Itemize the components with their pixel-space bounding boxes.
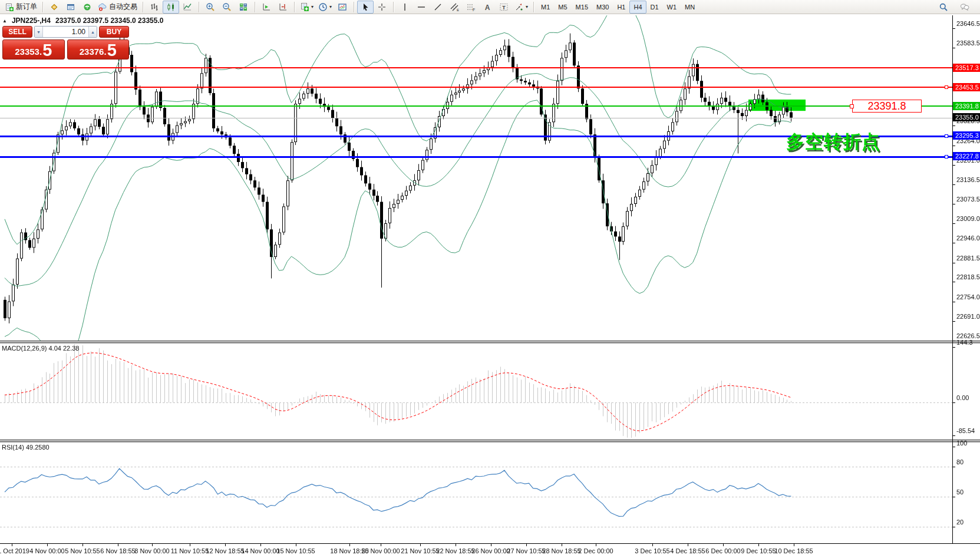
toolbar-button-label: M30 <box>596 4 609 11</box>
toolbar-button-label: H1 <box>617 4 625 11</box>
date-tick-label: 28 Nov 18:55 <box>542 547 580 554</box>
rsi-tick-label: 50 <box>956 488 963 496</box>
toolbar-button-label: 自动交易 <box>109 2 137 12</box>
date-tick-label: 12 Nov 18:55 <box>206 547 244 554</box>
time-axis[interactable]: 31 Oct 20194 Nov 00:005 Nov 10:556 Nov 1… <box>0 546 980 558</box>
price-badge: 23295.3 <box>953 131 980 140</box>
price-tick-label: 23646.5 <box>956 20 980 27</box>
channel-icon: E <box>450 2 459 12</box>
price-badge: 23227.8 <box>953 152 980 160</box>
turning-point-annotation[interactable]: 多空转折点 <box>786 130 880 154</box>
date-tick-label: 10 Dec 18:55 <box>774 547 813 554</box>
indicators-icon <box>300 2 309 12</box>
toolbar-button-arrows[interactable]: ▾ <box>512 1 530 14</box>
date-tick-label: 21 Nov 10:55 <box>401 547 439 554</box>
toolbar-button-equidistant-channel[interactable]: E <box>446 1 463 14</box>
buy-price-button[interactable]: 23376.5 <box>67 39 130 60</box>
rsi-tick-label: 20 <box>956 519 963 526</box>
rsi-tick-label: 80 <box>956 458 963 465</box>
toolbar-button-bar-chart[interactable] <box>146 1 163 14</box>
buy-button[interactable]: BUY <box>99 26 129 38</box>
toolbar-button-data-window[interactable] <box>62 1 79 14</box>
timeframe-button-tf-m30[interactable]: M30 <box>592 1 613 14</box>
timeframe-button-tf-w1[interactable]: W1 <box>663 1 681 14</box>
toolbar-button-templates[interactable] <box>334 1 351 14</box>
toolbar-right <box>935 1 978 14</box>
toolbar-button-chart-shift[interactable] <box>275 1 291 14</box>
one-click-prices-row: 23353.5 23376.5 <box>2 39 129 60</box>
date-tick-label: 6 Dec 00:00 <box>705 547 740 554</box>
toolbar-button-text[interactable]: A <box>479 1 496 14</box>
toolbar-button-community[interactable] <box>956 1 973 14</box>
template-icon <box>338 2 347 12</box>
toolbar-button-trendline[interactable] <box>430 1 446 14</box>
toolbar-button-zoom-in[interactable] <box>202 1 219 14</box>
toolbar-button-zoom-out[interactable] <box>219 1 235 14</box>
zoom-out-icon <box>222 2 232 12</box>
date-tick-label: 5 Nov 10:55 <box>65 547 100 554</box>
new-order-icon <box>5 2 14 12</box>
toolbar-button-text-label[interactable]: T <box>496 1 512 14</box>
one-click-controls-row: SELL ▼ ▲ BUY <box>2 26 129 38</box>
timeframe-button-tf-d1[interactable]: D1 <box>646 1 663 14</box>
toolbar-button-label: H4 <box>633 4 642 11</box>
toolbar-button-periods[interactable]: ▾ <box>316 1 334 14</box>
price-axis[interactable]: 23646.523583.523328.523264.023201.023136… <box>953 14 980 558</box>
price-chart-canvas[interactable] <box>0 0 980 558</box>
fibo-icon: F <box>466 2 476 12</box>
toolbar-button-line-chart[interactable] <box>179 1 196 14</box>
search-icon <box>939 2 948 12</box>
buy-price-main: 23376. <box>80 45 107 58</box>
toolbar-button-candlestick-chart[interactable] <box>163 1 179 14</box>
toolbar-button-autotrading[interactable]: 自动交易 <box>95 1 140 14</box>
main-toolbar: 新订单自动交易▾▾EFAT▾M1M5M15M30H1H4D1W1MN <box>0 0 980 14</box>
toolbar-button-horizontal-line[interactable] <box>413 1 430 14</box>
line-chart-icon <box>183 2 192 12</box>
toolbar-button-signals[interactable] <box>79 1 95 14</box>
signals-icon <box>83 2 92 12</box>
toolbar-button-search[interactable] <box>935 1 952 14</box>
volume-increase-button[interactable]: ▲ <box>88 27 97 37</box>
timeframe-button-tf-mn[interactable]: MN <box>681 1 699 14</box>
sell-price-button[interactable]: 23353.5 <box>2 39 65 60</box>
toolbar-button-tile-windows[interactable] <box>235 1 252 14</box>
toolbar-button-indicators[interactable]: ▾ <box>298 1 316 14</box>
chart-symbol-header: ▲ JPN225-,H4 23375.0 23397.5 23345.0 233… <box>2 16 163 25</box>
toolbar-button-vertical-line[interactable] <box>397 1 413 14</box>
svg-text:E: E <box>457 8 459 12</box>
one-click-collapse-icon[interactable]: ▲ <box>2 18 7 24</box>
toolbar-button-crosshair[interactable] <box>374 1 390 14</box>
toolbar-button-market-watch[interactable] <box>46 1 62 14</box>
sell-price-main: 23353. <box>15 45 42 58</box>
price-badge: 23355.0 <box>953 113 980 121</box>
date-tick-label: 22 Nov 18:55 <box>436 547 474 554</box>
timeframe-button-tf-m5[interactable]: M5 <box>554 1 571 14</box>
volume-decrease-button[interactable]: ▼ <box>35 27 43 37</box>
toolbar-button-auto-scroll[interactable] <box>258 1 275 14</box>
price-tick-label: 23583.5 <box>956 39 980 47</box>
mt4-application-window: 新订单自动交易▾▾EFAT▾M1M5M15M30H1H4D1W1MN ▲ JPN… <box>0 0 980 558</box>
toolbar-button-new-order[interactable]: 新订单 <box>2 1 39 14</box>
one-click-trading-panel: SELL ▼ ▲ BUY 23353.5 23376.5 <box>2 26 129 60</box>
data-window-icon <box>66 2 75 12</box>
dropdown-arrow-icon: ▾ <box>526 4 528 9</box>
toolbar-button-cursor[interactable] <box>357 1 374 14</box>
timeframe-button-tf-h4[interactable]: H4 <box>629 1 646 14</box>
timeframe-button-tf-h1[interactable]: H1 <box>613 1 629 14</box>
arrows-icon <box>514 2 524 12</box>
price-tick-label: 22881.5 <box>956 255 980 262</box>
price-callout-label[interactable]: 23391.8 <box>852 100 922 113</box>
chat-icon <box>960 2 969 12</box>
timeframe-button-tf-m1[interactable]: M1 <box>537 1 554 14</box>
text-a-icon: A <box>483 2 492 12</box>
svg-text:A: A <box>485 3 490 11</box>
macd-indicator-label: MACD(12,26,9) 4.04 22.38 <box>2 345 79 352</box>
toolbar-button-label: 新订单 <box>16 2 37 12</box>
toolbar-button-label: D1 <box>651 4 659 11</box>
bar-chart-icon <box>150 2 159 12</box>
sell-button[interactable]: SELL <box>2 26 32 38</box>
timeframe-button-tf-m15[interactable]: M15 <box>572 1 592 14</box>
toolbar-button-fibonacci[interactable]: F <box>463 1 479 14</box>
dropdown-arrow-icon: ▾ <box>311 4 314 9</box>
volume-input[interactable] <box>43 27 88 37</box>
